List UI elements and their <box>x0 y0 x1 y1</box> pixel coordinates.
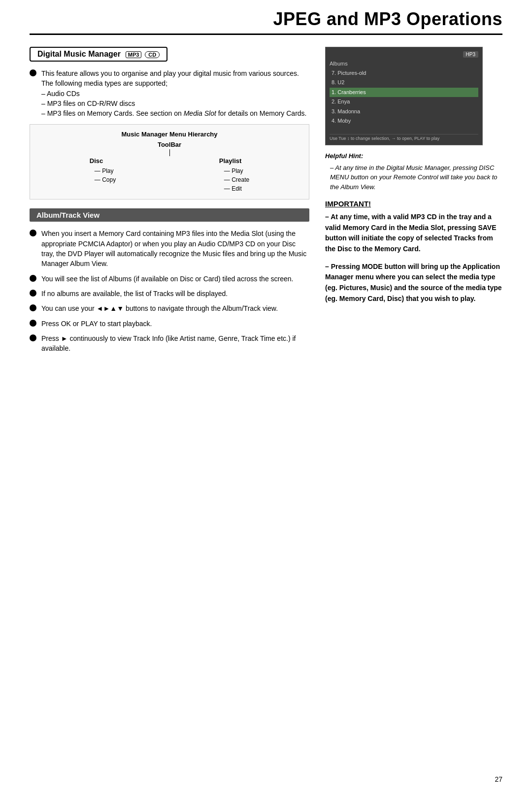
album-track-bullet-list: When you insert a Memory Card containing… <box>30 229 309 353</box>
playlist-branch: Playlist — Play — Create — Edit <box>219 157 249 193</box>
bullet-text: You can use your ◄►▲▼ buttons to navigat… <box>41 303 309 313</box>
disc-item-play: — Play <box>95 166 114 175</box>
album-track-view-header: Album/Track View <box>30 208 309 222</box>
screen-item: 7. Pictures-old <box>330 68 478 78</box>
important-text-1: – At any time, with a valid MP3 CD in th… <box>325 212 502 255</box>
list-item: Press OK or PLAY to start playback. <box>30 319 309 329</box>
bullet-text: If no albums are available, the list of … <box>41 289 309 299</box>
bullet-dot <box>30 334 36 341</box>
bullet-dot <box>30 320 36 327</box>
screen-menu-label: Albums <box>330 61 478 66</box>
bullet-dot <box>30 69 36 76</box>
screen-item: 8. U2 <box>330 78 478 87</box>
right-column: HP3 Albums 7. Pictures-old 8. U2 1. Cran… <box>325 47 502 358</box>
digital-music-manager-bullet-list: This feature allows you to organise and … <box>30 68 309 118</box>
playlist-item-edit: — Edit <box>224 184 242 193</box>
screen-item: 3. Madonna <box>330 107 478 116</box>
bullet-dot <box>30 275 36 282</box>
hierarchy-box: Music Manager Menu Hierarchy ToolBar Dis… <box>30 124 309 199</box>
list-item: You can use your ◄►▲▼ buttons to navigat… <box>30 303 309 313</box>
important-text-2: – Pressing MODE button will bring up the… <box>325 262 502 304</box>
cd-badge: CD <box>145 51 160 58</box>
screenshot-box: HP3 Albums 7. Pictures-old 8. U2 1. Cran… <box>325 47 483 145</box>
playlist-item-create: — Create <box>224 175 249 184</box>
helpful-hint-text: – At any time in the Digital Music Manag… <box>325 163 502 192</box>
toolbar-label: ToolBar <box>158 141 181 148</box>
left-column: Digital Music Manager MP3 CD This featur… <box>30 47 309 358</box>
helpful-hint-title: Helpful Hint: <box>325 151 502 161</box>
list-item: Press ► continuously to view Track Info … <box>30 333 309 354</box>
list-item: If no albums are available, the list of … <box>30 289 309 299</box>
bullet-text: Press ► continuously to view Track Info … <box>41 333 309 354</box>
bullet-dot <box>30 290 36 297</box>
screen-hint: Use Tue ↕ to change selection, → to open… <box>330 134 478 141</box>
page-header: JPEG and MP3 Operations <box>0 0 532 30</box>
helpful-hint: Helpful Hint: – At any time in the Digit… <box>325 151 502 192</box>
list-item: When you insert a Memory Card containing… <box>30 229 309 268</box>
screen-item-highlighted: 1. Cranberries <box>330 88 478 97</box>
page-title: JPEG and MP3 Operations <box>273 9 502 30</box>
bullet-dot <box>30 304 36 311</box>
bullet-dot <box>30 230 36 236</box>
main-content: Digital Music Manager MP3 CD This featur… <box>0 35 532 378</box>
playlist-item-play: — Play <box>224 166 243 175</box>
page-number: 27 <box>495 775 502 783</box>
playlist-label: Playlist <box>219 157 242 165</box>
important-section: IMPORTANT! – At any time, with a valid M… <box>325 199 502 304</box>
screenshot-inner: HP3 Albums 7. Pictures-old 8. U2 1. Cran… <box>326 47 482 145</box>
hier-line-down <box>169 149 170 156</box>
digital-music-manager-title-box: Digital Music Manager MP3 CD <box>30 47 167 62</box>
bullet-text: This feature allows you to organise and … <box>41 68 309 118</box>
album-track-view-title: Album/Track View <box>36 211 100 219</box>
bullet-text: You will see the list of Albums (if avai… <box>41 274 309 284</box>
bullet-text: Press OK or PLAY to start playback. <box>41 319 309 329</box>
screen-hp3-badge: HP3 <box>463 51 478 58</box>
digital-music-manager-title: Digital Music Manager <box>37 50 121 58</box>
screen-items: 7. Pictures-old 8. U2 1. Cranberries 2. … <box>330 68 478 132</box>
hierarchy-diagram: ToolBar Disc — Play — Copy Playlist — Pl… <box>38 141 301 193</box>
disc-label: Disc <box>90 157 103 165</box>
hierarchy-title: Music Manager Menu Hierarchy <box>38 131 301 138</box>
screen-item: 2. Enya <box>330 97 478 106</box>
bullet-text: When you insert a Memory Card containing… <box>41 229 309 268</box>
disc-item-copy: — Copy <box>95 175 116 184</box>
screen-item: 4. Moby <box>330 116 478 126</box>
important-label: IMPORTANT! <box>325 199 502 208</box>
page-container: JPEG and MP3 Operations Digital Music Ma… <box>0 0 532 797</box>
hier-branches: Disc — Play — Copy Playlist — Play — Cre… <box>38 157 301 193</box>
screen-topbar: HP3 <box>330 51 478 58</box>
list-item: This feature allows you to organise and … <box>30 68 309 118</box>
mp3-badge: MP3 <box>126 51 142 58</box>
list-item: You will see the list of Albums (if avai… <box>30 274 309 284</box>
disc-branch: Disc — Play — Copy <box>90 157 116 193</box>
